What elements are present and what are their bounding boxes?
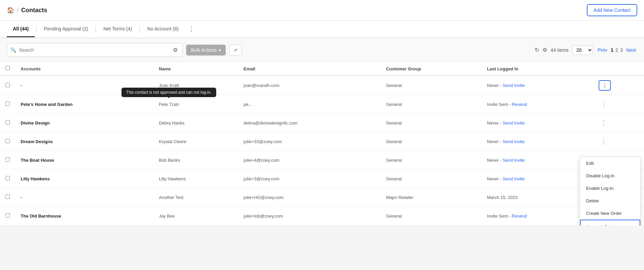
dropdown-item-edit[interactable]: Edit (580, 157, 640, 170)
row-customer-group: General (381, 95, 482, 114)
bulk-actions-label: Bulk Actions (191, 47, 217, 53)
per-page-select[interactable]: 20 50 100 (572, 45, 593, 55)
table-row: The Old BarnhouseJay Beejulie+tob@zoey.c… (0, 207, 644, 225)
tab-pending-approval[interactable]: Pending Approval (2) (38, 21, 94, 37)
home-icon[interactable]: 🏠 (7, 6, 14, 14)
action-menu-button[interactable]: ⋮ (599, 80, 611, 91)
page-2[interactable]: 2 (616, 47, 618, 53)
row-email: julie+4@zoey.com (238, 151, 381, 170)
row-checkbox-cell (0, 151, 15, 170)
page-1[interactable]: 1 (611, 47, 614, 53)
pagination: Prev 1 2 3 Next (596, 47, 637, 53)
table-row: Divine DesignDebra Hanksdebra@divinedesi… (0, 114, 644, 132)
three-dots-button[interactable]: ⋮ (599, 99, 609, 109)
send-invite-link[interactable]: Send Invite (503, 176, 525, 181)
row-checkbox[interactable] (5, 83, 10, 87)
export-button[interactable]: ↗ (229, 44, 242, 56)
page-3[interactable]: 3 (620, 47, 623, 53)
row-last-login: Never - Send Invite (482, 132, 593, 151)
tab-net-terms[interactable]: Net Terms (4) (97, 21, 138, 37)
header-customer-group: Customer Group (381, 62, 482, 76)
row-name: Pete TzahThis contact is not approved an… (153, 95, 238, 114)
tabs-more-icon[interactable]: ⋮ (185, 21, 198, 38)
dropdown-item-delete[interactable]: Delete (580, 195, 640, 207)
header-last-logged-in: Last Logged In (482, 62, 593, 76)
tab-divider-3 (139, 26, 140, 32)
tab-divider-2 (95, 26, 96, 32)
table-header: Accounts Name Email Customer Group Last … (0, 62, 644, 76)
select-all-checkbox[interactable] (5, 66, 10, 70)
row-last-login: March 15, 2023 (482, 188, 593, 207)
breadcrumb-separator: / (17, 7, 18, 13)
row-email: julie+tob@zoey.com (238, 207, 381, 225)
tab-no-account[interactable]: No Account (8) (141, 21, 185, 37)
row-customer-group: General (381, 207, 482, 225)
row-name: Another Test (153, 188, 238, 207)
row-account: Dream Designs (15, 132, 153, 151)
row-checkbox[interactable] (5, 102, 10, 106)
send-invite-link[interactable]: Send Invite (503, 139, 525, 144)
row-account: Lilly Hawkens (15, 170, 153, 188)
row-checkbox-cell (0, 76, 15, 95)
tab-all[interactable]: All (44) (7, 21, 35, 37)
row-customer-group: General (381, 170, 482, 188)
send-invite-link[interactable]: Resend (512, 213, 527, 219)
row-customer-group: General (381, 132, 482, 151)
tooltip-wrap: Pete TzahThis contact is not approved an… (159, 102, 179, 107)
row-last-login: Invite Sent - Resend (482, 95, 593, 114)
dropdown-item-enable-log-in[interactable]: Enable Log-In (580, 182, 640, 195)
action-dropdown-menu: EditDisable Log-InEnable Log-InDeleteCre… (580, 157, 641, 225)
toolbar: 🔍 ⚙ Bulk Actions ▾ ↗ ↻ ⚙ 44 items 20 50 … (0, 38, 644, 62)
send-invite-link[interactable]: Send Invite (503, 158, 525, 163)
next-page-button[interactable]: Next (625, 47, 637, 53)
table-row: Lilly HawkensLilly Hawkensjulie+3@zoey.c… (0, 170, 644, 188)
row-customer-group: Major Retailer (381, 188, 482, 207)
row-customer-group: General (381, 151, 482, 170)
send-invite-link[interactable]: Send Invite (503, 120, 525, 126)
row-name: Bob Banks (153, 151, 238, 170)
row-email: julie+HG@zoey.com (238, 188, 381, 207)
send-invite-link[interactable]: Resend (512, 102, 527, 107)
row-checkbox[interactable] (5, 195, 10, 199)
header-email: Email (238, 62, 381, 76)
refresh-button[interactable]: ↻ (535, 47, 539, 53)
search-icon: 🔍 (10, 47, 16, 53)
prev-page-button[interactable]: Prev (596, 47, 609, 53)
row-email: julie+3@zoey.com (238, 170, 381, 188)
row-name: Debra Hanks (153, 114, 238, 132)
search-input[interactable] (19, 47, 169, 53)
three-dots-button[interactable]: ⋮ (599, 136, 609, 147)
send-invite-link[interactable]: Send Invite (503, 83, 525, 88)
bulk-actions-button[interactable]: Bulk Actions ▾ (186, 45, 226, 55)
row-checkbox[interactable] (5, 213, 10, 218)
add-new-contact-button[interactable]: Add New Contact (587, 4, 637, 16)
dropdown-item-disable-log-in[interactable]: Disable Log-In (580, 170, 640, 182)
row-checkbox-cell (0, 170, 15, 188)
row-account: Divine Design (15, 114, 153, 132)
contacts-table: Accounts Name Email Customer Group Last … (0, 62, 644, 225)
row-action-cell: ⋮ (593, 95, 644, 114)
header-checkbox-cell (0, 62, 15, 76)
column-settings-button[interactable]: ⚙ (542, 47, 547, 53)
row-email: joan@mandh.com (238, 76, 381, 95)
table-row: The Boat HouseBob Banksjulie+4@zoey.comG… (0, 151, 644, 170)
row-checkbox-cell (0, 132, 15, 151)
dropdown-item-approve-customer[interactable]: Approve Customer (580, 220, 640, 225)
row-checkbox-cell (0, 95, 15, 114)
row-checkbox[interactable] (5, 120, 10, 125)
dropdown-item-create-new-order[interactable]: Create New Order (580, 207, 640, 220)
three-dots-button[interactable]: ⋮ (599, 118, 609, 128)
top-bar: 🏠 / Contacts Add New Contact (0, 0, 644, 21)
row-account: - (15, 188, 153, 207)
row-last-login: Never - Send Invite (482, 151, 593, 170)
row-checkbox[interactable] (5, 157, 10, 162)
table-row: -Joan Kraftjoan@mandh.comGeneralNever - … (0, 76, 644, 95)
table-body: -Joan Kraftjoan@mandh.comGeneralNever - … (0, 76, 644, 225)
row-checkbox[interactable] (5, 139, 10, 143)
page-title: Contacts (21, 7, 47, 14)
items-count: 44 items (551, 47, 569, 53)
row-name: Krystal Cleere (153, 132, 238, 151)
row-name: Jay Bee (153, 207, 238, 225)
filter-icon-button[interactable]: ⚙ (172, 45, 179, 54)
row-checkbox[interactable] (5, 176, 10, 180)
